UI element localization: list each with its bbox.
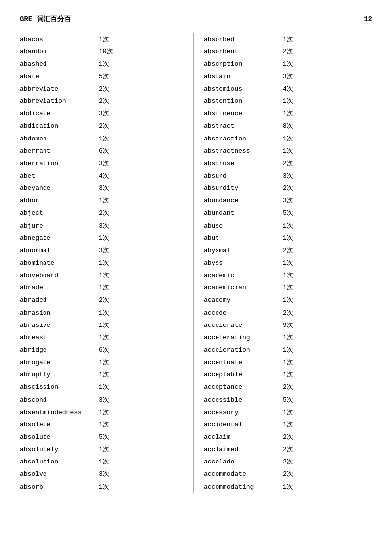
word-label: abundance: [204, 196, 283, 206]
word-label: abstinence: [204, 109, 283, 119]
word-count: 4次: [99, 171, 109, 181]
table-row: abrogate1次: [20, 357, 188, 369]
table-row: abysmal2次: [204, 244, 372, 257]
table-row: accelerate9次: [204, 319, 372, 331]
table-row: abrasive1次: [20, 319, 188, 331]
table-row: accommodate2次: [204, 468, 372, 481]
word-count: 1次: [283, 233, 293, 243]
word-count: 3次: [99, 159, 109, 169]
table-row: abeyance3次: [20, 183, 188, 195]
word-label: abstain: [204, 72, 283, 82]
word-count: 1次: [99, 333, 109, 343]
word-label: accelerate: [204, 321, 283, 330]
table-row: abstention1次: [204, 95, 372, 108]
word-label: abraded: [20, 295, 99, 305]
table-row: abyss1次: [204, 257, 372, 270]
word-label: absolete: [20, 420, 99, 430]
word-count: 2次: [99, 96, 109, 106]
table-row: accelerating1次: [204, 331, 372, 344]
word-count: 1次: [99, 134, 109, 144]
word-count: 2次: [99, 121, 109, 131]
table-row: abhor1次: [20, 195, 188, 207]
word-label: abject: [20, 208, 99, 218]
word-label: absurd: [204, 171, 283, 181]
table-row: abbreviation2次: [20, 95, 188, 108]
word-count: 1次: [283, 109, 293, 119]
table-row: abscond3次: [20, 394, 188, 406]
word-count: 1次: [283, 358, 293, 368]
word-label: abjure: [20, 221, 99, 231]
word-count: 1次: [99, 482, 109, 492]
word-count: 1次: [283, 59, 293, 69]
word-count: 4次: [283, 84, 293, 94]
word-count: 1次: [283, 283, 293, 293]
word-count: 1次: [99, 196, 109, 206]
word-count: 1次: [283, 271, 293, 280]
book-title: GRE 词汇百分百: [20, 15, 71, 24]
word-count: 2次: [99, 295, 109, 305]
word-label: acclaim: [204, 432, 283, 442]
word-label: abut: [204, 233, 283, 243]
word-label: accolade: [204, 457, 283, 467]
word-label: abruptly: [20, 370, 99, 380]
word-label: abstraction: [204, 134, 283, 144]
table-row: academic1次: [204, 270, 372, 282]
table-row: abstraction1次: [204, 133, 372, 145]
word-count: 1次: [99, 308, 109, 318]
table-row: abrade1次: [20, 282, 188, 294]
word-count: 9次: [283, 321, 293, 330]
word-label: absorbed: [204, 35, 283, 45]
table-row: abraded2次: [20, 294, 188, 307]
word-label: abstemious: [204, 84, 283, 94]
word-count: 2次: [283, 47, 293, 57]
word-label: abscission: [20, 382, 99, 392]
word-label: abate: [20, 72, 99, 82]
page-header: GRE 词汇百分百 12: [20, 15, 372, 27]
word-label: abuse: [204, 221, 283, 231]
table-row: absolete1次: [20, 418, 188, 431]
word-count: 1次: [283, 295, 293, 305]
word-count: 3次: [99, 109, 109, 119]
word-count: 1次: [99, 445, 109, 455]
word-label: aboveboard: [20, 271, 99, 280]
word-count: 2次: [283, 382, 293, 392]
word-label: absolution: [20, 457, 99, 467]
word-label: absorb: [20, 482, 99, 492]
table-row: abstain3次: [204, 70, 372, 83]
word-label: abbreviation: [20, 96, 99, 106]
table-row: abashed1次: [20, 58, 188, 70]
word-label: abstractness: [204, 146, 283, 156]
word-count: 10次: [99, 47, 113, 57]
table-row: accolade2次: [204, 456, 372, 468]
table-row: absorbed1次: [204, 33, 372, 46]
word-label: abyss: [204, 258, 283, 268]
table-row: abate5次: [20, 70, 188, 83]
word-label: absentmindedness: [20, 408, 99, 417]
word-count: 2次: [99, 208, 109, 218]
word-count: 5次: [99, 432, 109, 442]
table-row: acceptable1次: [204, 369, 372, 381]
word-count: 2次: [283, 184, 293, 193]
table-row: acclaim2次: [204, 431, 372, 444]
word-count: 5次: [283, 208, 293, 218]
table-row: aberration3次: [20, 157, 188, 170]
word-count: 1次: [99, 382, 109, 392]
table-row: absolutely1次: [20, 444, 188, 456]
word-label: abstruse: [204, 159, 283, 169]
table-row: absorb1次: [20, 481, 188, 493]
table-row: absurd3次: [204, 170, 372, 183]
table-row: abjure3次: [20, 220, 188, 232]
word-count: 2次: [283, 246, 293, 256]
table-row: abacus1次: [20, 33, 188, 46]
word-label: abridge: [20, 345, 99, 355]
table-row: abstractness1次: [204, 145, 372, 157]
table-row: absorption1次: [204, 58, 372, 70]
table-row: accessory1次: [204, 406, 372, 418]
word-label: acceptable: [204, 370, 283, 380]
word-count: 2次: [283, 308, 293, 318]
word-label: abnegate: [20, 233, 99, 243]
word-count: 1次: [99, 457, 109, 467]
word-label: abrade: [20, 283, 99, 293]
table-row: absolve3次: [20, 468, 188, 481]
word-label: acclaimed: [204, 445, 283, 455]
